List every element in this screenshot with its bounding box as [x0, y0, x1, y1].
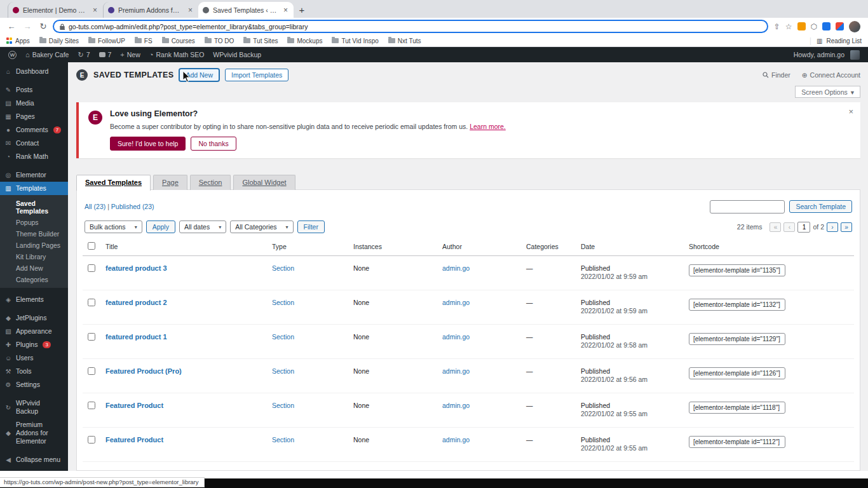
author-link[interactable]: admin.go [442, 367, 470, 375]
bookmark-folder[interactable]: FollowUP [88, 37, 125, 44]
template-type-link[interactable]: Section [272, 264, 294, 272]
search-input[interactable] [710, 200, 785, 214]
wpvivid-menu[interactable]: WPvivid Backup [208, 47, 266, 62]
tab-global-widget[interactable]: Global Widget [233, 175, 295, 190]
close-tab-icon[interactable]: × [92, 6, 98, 14]
sidebar-item-users[interactable]: ☺Users [0, 351, 68, 365]
sidebar-item-comments[interactable]: ●Comments7 [0, 123, 68, 137]
row-checkbox[interactable] [88, 436, 95, 444]
template-title-link[interactable]: Featured Product (Pro) [105, 367, 182, 375]
apply-button[interactable]: Apply [146, 220, 175, 233]
connect-account-button[interactable]: ⊕ Connect Account [802, 71, 860, 79]
current-page-input[interactable] [797, 222, 810, 233]
reading-list[interactable]: │▥Reading List [809, 37, 862, 44]
close-tab-icon[interactable]: × [187, 6, 194, 14]
submenu-add-new[interactable]: Add New [0, 262, 68, 274]
address-bar[interactable] [53, 20, 768, 33]
select-all-checkbox[interactable] [88, 242, 95, 250]
bulk-actions-select[interactable]: Bulk actions▾ [85, 220, 142, 233]
wp-logo-menu[interactable]: W [4, 47, 21, 62]
submenu-kit-library[interactable]: Kit Library [0, 251, 68, 262]
notice-decline-button[interactable]: No thanks [191, 137, 236, 151]
bookmark-folder[interactable]: Courses [162, 37, 195, 44]
bookmark-folder[interactable]: Tut Vid Inspo [332, 37, 378, 44]
submenu-saved-templates[interactable]: Saved Templates [0, 198, 68, 217]
browser-tab[interactable]: Elementor | Demo Slider × [8, 2, 103, 18]
browser-tab[interactable]: Premium Addons for Elemento × [103, 2, 198, 18]
sidebar-item-jetplugins[interactable]: ◆JetPlugins [0, 311, 68, 325]
author-link[interactable]: admin.go [442, 470, 470, 471]
add-new-button[interactable]: Add New [179, 69, 219, 81]
last-page-button[interactable]: » [841, 222, 852, 232]
template-type-link[interactable]: Section [272, 299, 294, 306]
new-tab-button[interactable]: + [294, 2, 310, 18]
shortcode-input[interactable] [689, 299, 785, 311]
finder-button[interactable]: Finder [763, 71, 790, 79]
notice-accept-button[interactable]: Sure! I'd love to help [110, 137, 186, 151]
template-title-link[interactable]: featured product 2 [105, 299, 167, 306]
extension-icon[interactable] [836, 22, 844, 30]
refresh-icon[interactable]: ↻ [37, 22, 50, 31]
shortcode-input[interactable] [689, 402, 785, 414]
bookmark-folder[interactable]: Daily Sites [39, 37, 79, 44]
template-type-link[interactable]: Section [272, 367, 294, 375]
template-title-link[interactable]: featured product 3 [105, 264, 167, 272]
browser-profile-avatar[interactable] [849, 21, 860, 32]
author-link[interactable]: admin.go [442, 333, 470, 341]
rank-math-menu[interactable]: ◔Rank Math SEO [145, 47, 209, 62]
author-link[interactable]: admin.go [442, 299, 470, 306]
sidebar-item-settings[interactable]: ⚙Settings [0, 378, 68, 391]
shortcode-input[interactable] [689, 367, 785, 379]
sidebar-item-premium-addons[interactable]: ◆Premium Addons for Elementor [0, 418, 68, 448]
template-type-link[interactable]: Section [272, 436, 294, 444]
site-name-menu[interactable]: ⌂Bakery Cafe [21, 47, 73, 62]
template-type-link[interactable]: Section [272, 333, 294, 341]
template-title-link[interactable]: Hero slide 3 [105, 470, 145, 471]
shortcode-input[interactable] [689, 264, 785, 276]
shortcode-input[interactable] [689, 333, 785, 345]
row-checkbox[interactable] [88, 264, 95, 272]
tab-section[interactable]: Section [190, 175, 231, 190]
column-date[interactable]: Date [576, 238, 684, 256]
author-link[interactable]: admin.go [442, 264, 470, 272]
tab-saved-templates[interactable]: Saved Templates [76, 175, 151, 191]
view-all-link[interactable]: All (23) [85, 203, 105, 210]
template-title-link[interactable]: featured product 1 [105, 333, 167, 341]
extensions-puzzle-icon[interactable]: ⬡ [811, 22, 817, 31]
comments-menu[interactable]: 7 [95, 47, 116, 62]
url-input[interactable] [69, 23, 761, 30]
submenu-popups[interactable]: Popups [0, 217, 68, 228]
sidebar-item-elementor[interactable]: ◎Elementor [0, 168, 68, 182]
forward-icon[interactable]: → [21, 22, 34, 31]
new-content-menu[interactable]: +New [116, 47, 144, 62]
submenu-landing-pages[interactable]: Landing Pages [0, 240, 68, 251]
search-template-button[interactable]: Search Template [789, 200, 852, 213]
sidebar-item-pages[interactable]: ▦Pages [0, 110, 68, 123]
share-icon[interactable]: ⇧ [774, 22, 780, 31]
extension-icon[interactable] [797, 22, 806, 30]
row-checkbox[interactable] [88, 299, 95, 306]
template-title-link[interactable]: Featured Product [105, 436, 163, 444]
sidebar-item-tools[interactable]: ⚒Tools [0, 365, 68, 378]
template-type-link[interactable]: Section [272, 470, 294, 471]
learn-more-link[interactable]: Learn more. [470, 123, 506, 130]
extension-icon[interactable] [822, 22, 831, 30]
sidebar-item-plugins[interactable]: ✚Plugins3 [0, 338, 68, 351]
dismiss-notice-icon[interactable]: × [848, 107, 853, 116]
template-type-link[interactable]: Section [272, 402, 294, 409]
sidebar-item-rank-math[interactable]: ◔Rank Math [0, 150, 68, 163]
row-checkbox[interactable] [88, 402, 95, 409]
template-title-link[interactable]: Featured Product [105, 402, 163, 409]
bookmark-folder[interactable]: FS [135, 37, 153, 44]
sidebar-item-contact[interactable]: ✉Contact [0, 137, 68, 150]
bookmark-folder[interactable]: TO DO [205, 37, 234, 44]
tab-page[interactable]: Page [153, 175, 187, 190]
author-link[interactable]: admin.go [442, 436, 470, 444]
row-checkbox[interactable] [88, 367, 95, 375]
updates-menu[interactable]: ↻7 [73, 47, 94, 62]
row-checkbox[interactable] [88, 333, 95, 341]
bookmark-folder[interactable]: Nxt Tuts [388, 37, 421, 44]
bookmark-apps[interactable]: Apps [6, 37, 30, 44]
screen-options-button[interactable]: Screen Options ▾ [795, 86, 860, 98]
filter-button[interactable]: Filter [297, 220, 325, 233]
